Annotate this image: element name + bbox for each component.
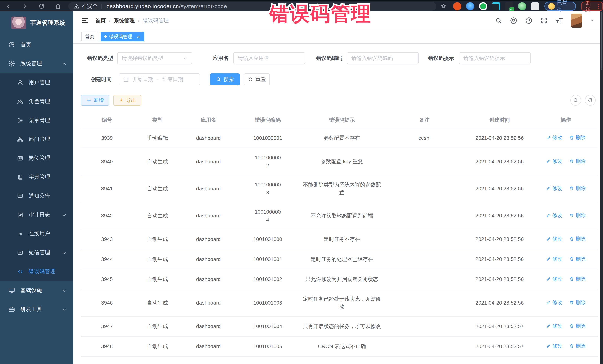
sidebar-item-notice-announcement[interactable]: 通知公告 xyxy=(0,187,73,205)
browser-menu-icon[interactable] xyxy=(598,4,599,9)
chevron-down-icon xyxy=(62,250,67,256)
reset-button[interactable]: 重置 xyxy=(244,73,270,85)
search-button[interactable]: 搜索 xyxy=(210,73,240,85)
sidebar-item-system-management[interactable]: 系统管理 xyxy=(0,54,73,73)
browser-forward-button[interactable] xyxy=(16,3,33,10)
app-name-label: 应用名 xyxy=(213,55,229,62)
extension-icon-grid[interactable] xyxy=(492,2,500,10)
user-management-icon xyxy=(17,79,23,86)
search-icon xyxy=(216,77,221,82)
sidebar-item-user-management[interactable]: 用户管理 xyxy=(0,73,73,92)
edit-link[interactable]: 修改 xyxy=(546,134,562,142)
delete-link[interactable]: 删除 xyxy=(569,342,586,350)
update-label: 更新 xyxy=(585,0,595,13)
help-icon[interactable] xyxy=(525,17,533,24)
breadcrumb-home[interactable]: 首页 xyxy=(95,17,106,24)
app-name-input[interactable] xyxy=(238,55,301,61)
sidebar-item-menu-management[interactable]: 菜单管理 xyxy=(0,111,73,130)
chevron-down-icon xyxy=(62,306,67,312)
sidebar-item-error-code-management[interactable]: 错误码管理 xyxy=(0,262,73,281)
font-size-icon[interactable] xyxy=(556,17,563,24)
extension-icon-green-key[interactable] xyxy=(518,2,526,10)
add-button[interactable]: 新增 xyxy=(81,95,109,106)
breadcrumb-system[interactable]: 系统管理 xyxy=(114,17,135,24)
sidebar-item-dict-management[interactable]: 字典管理 xyxy=(0,167,73,187)
error-code-input[interactable] xyxy=(351,55,414,61)
delete-link[interactable]: 删除 xyxy=(569,235,586,243)
sidebar-item-dev-tools[interactable]: 研发工具 xyxy=(0,300,73,319)
sidebar-item-audit-log[interactable]: 审计日志 xyxy=(0,205,73,224)
delete-link[interactable]: 删除 xyxy=(569,275,586,283)
error-type-select[interactable]: 请选择错误码类型 xyxy=(117,52,192,64)
sidebar-item-dept-management[interactable]: 部门管理 xyxy=(0,130,73,149)
tag-close-icon[interactable] xyxy=(136,34,140,39)
delete-link[interactable]: 删除 xyxy=(569,157,586,165)
browser-update-chip[interactable]: 更新 xyxy=(581,2,603,11)
sidebar-item-role-management[interactable]: 角色管理 xyxy=(0,92,73,111)
browser-profile-chip[interactable]: 已暂停 xyxy=(544,2,576,11)
delete-link[interactable]: 删除 xyxy=(569,184,586,192)
extension-icon-blue-gem[interactable] xyxy=(466,2,474,10)
edit-link[interactable]: 修改 xyxy=(546,275,562,283)
export-button[interactable]: 导出 xyxy=(113,95,141,106)
header-search-icon[interactable] xyxy=(495,17,502,24)
date-range-picker[interactable]: 开始日期 - 结束日期 xyxy=(119,73,200,85)
extension-icon-list-on[interactable]: on xyxy=(505,2,513,10)
extension-icon-orange[interactable] xyxy=(453,2,461,10)
table-row: 3948自动生成dashboard1001001005CRON 表达式不正确20… xyxy=(81,336,598,356)
edit-link[interactable]: 修改 xyxy=(546,184,562,192)
scrollbar-thumb[interactable] xyxy=(601,12,603,70)
user-avatar[interactable] xyxy=(571,13,582,28)
table-row: 3944自动生成dashboard1001001001定时任务的处理器已经存在2… xyxy=(81,249,598,269)
table-row: 3939手动编辑dashboard1001000001参数配置不存在ceshi2… xyxy=(81,128,598,148)
sidebar-item-online-user[interactable]: 在线用户 xyxy=(0,224,73,243)
notice-announcement-icon xyxy=(17,193,23,199)
profile-emoji-avatar xyxy=(548,3,555,10)
github-icon[interactable] xyxy=(510,17,517,24)
edit-link[interactable]: 修改 xyxy=(546,211,562,219)
avatar-caret-down-icon[interactable] xyxy=(590,18,595,23)
submenu-system-management: 用户管理 角色管理 菜单管理 部门管理 岗位管理 字典管理 通知公告 审计日志 … xyxy=(0,73,73,281)
toggle-search-button[interactable] xyxy=(570,95,581,106)
fullscreen-icon[interactable] xyxy=(540,17,548,24)
refresh-table-button[interactable] xyxy=(585,95,596,106)
edit-link[interactable]: 修改 xyxy=(546,298,562,306)
sidebar-item-infrastructure[interactable]: 基础设施 xyxy=(0,281,73,300)
delete-link[interactable]: 删除 xyxy=(569,298,586,306)
extension-icon-green-badge[interactable] xyxy=(479,2,487,10)
delete-link[interactable]: 删除 xyxy=(569,134,586,142)
page-header: 首页 / 系统管理 / 错误码管理 xyxy=(73,11,603,30)
online-user-icon xyxy=(17,231,23,237)
table-row: 3942自动生成dashboard100100000 4不允许获取敏感配置到前端… xyxy=(81,202,598,229)
address-bar[interactable]: 不安全 | dashboard.yudao.iocoder.cn/system/… xyxy=(68,2,436,11)
sidebar-item-home[interactable]: 首页 xyxy=(0,35,73,54)
extension-icon-puzzle[interactable] xyxy=(531,2,539,10)
edit-link[interactable]: 修改 xyxy=(546,322,562,330)
tag-home[interactable]: 首页 xyxy=(81,32,98,41)
error-code-input-wrap xyxy=(347,52,418,64)
browser-home-button[interactable] xyxy=(50,3,66,10)
edit-link[interactable]: 修改 xyxy=(546,342,562,350)
browser-back-button[interactable] xyxy=(0,3,16,10)
browser-reload-button[interactable] xyxy=(33,3,50,10)
page-scrollbar[interactable] xyxy=(600,11,603,364)
sidebar-item-sms-management[interactable]: 短信管理 xyxy=(0,243,73,262)
sidebar-item-post-management[interactable]: 岗位管理 xyxy=(0,149,73,167)
edit-link[interactable]: 修改 xyxy=(546,157,562,165)
edit-link[interactable]: 修改 xyxy=(546,235,562,243)
error-code-table: 编号类型应用名错误码编码错误码提示备注创建时间操作 3939手动编辑dashbo… xyxy=(81,112,598,357)
breadcrumb-current: 错误码管理 xyxy=(143,17,169,24)
role-management-icon xyxy=(17,98,23,105)
delete-link[interactable]: 删除 xyxy=(569,211,586,219)
delete-link[interactable]: 删除 xyxy=(569,255,586,263)
screen: 不安全 | dashboard.yudao.iocoder.cn/system/… xyxy=(0,0,603,364)
error-hint-input[interactable] xyxy=(464,55,526,61)
audit-log-icon xyxy=(17,212,23,218)
tag-error-code[interactable]: 错误码管理 xyxy=(101,32,144,41)
delete-link[interactable]: 删除 xyxy=(569,322,586,330)
collapse-sidebar-icon[interactable] xyxy=(81,17,89,24)
bookmark-star-icon[interactable] xyxy=(440,3,447,10)
app-logo[interactable]: 芋道管理系统 xyxy=(0,11,73,34)
chevron-down-icon xyxy=(62,287,67,294)
edit-link[interactable]: 修改 xyxy=(546,255,562,263)
